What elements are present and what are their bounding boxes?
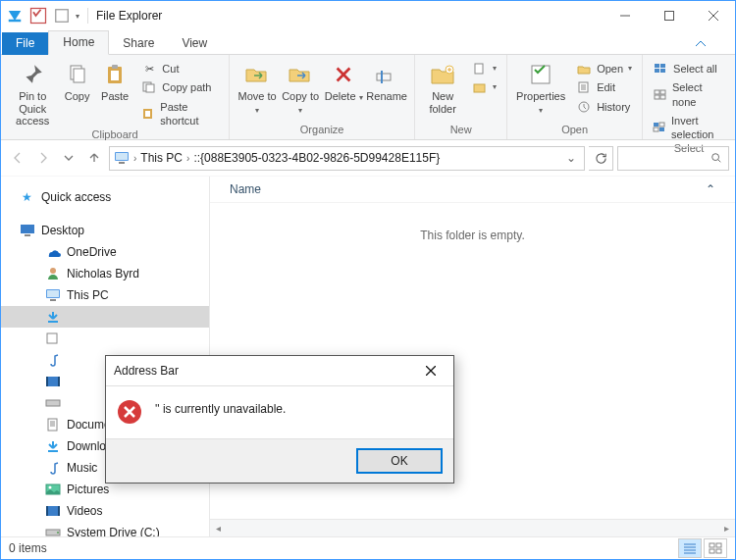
edit-button[interactable]: Edit xyxy=(572,79,636,95)
svg-rect-23 xyxy=(655,64,659,68)
svg-rect-27 xyxy=(655,90,659,94)
select-all-button[interactable]: Select all xyxy=(649,61,729,76)
paste-shortcut-button[interactable]: Paste shortcut xyxy=(137,99,223,129)
invert-selection-button[interactable]: Invert selection xyxy=(649,113,729,143)
up-button[interactable] xyxy=(83,147,105,169)
pictures-icon xyxy=(44,482,61,498)
group-new-label: New xyxy=(421,124,500,137)
nav-onedrive[interactable]: OneDrive xyxy=(1,241,209,263)
svg-rect-32 xyxy=(659,123,664,127)
scroll-right-icon[interactable]: ▸ xyxy=(718,520,735,536)
search-input[interactable] xyxy=(617,146,729,171)
copy-button[interactable]: Copy xyxy=(58,57,95,103)
svg-rect-46 xyxy=(46,377,60,386)
empty-folder-text: This folder is empty. xyxy=(210,229,735,242)
select-none-button[interactable]: Select none xyxy=(649,79,729,110)
svg-rect-12 xyxy=(146,84,154,92)
video-icon xyxy=(44,374,61,390)
svg-rect-15 xyxy=(377,74,391,80)
nav-item-generic1[interactable] xyxy=(1,328,209,349)
breadcrumb-part-guid[interactable]: ::{088E3905-0323-4B02-9826-5D99428E115F} xyxy=(191,151,442,165)
scroll-left-icon[interactable]: ◂ xyxy=(210,520,227,536)
download-arrow-icon xyxy=(44,309,61,326)
tab-home[interactable]: Home xyxy=(48,30,109,55)
copy-icon xyxy=(63,61,92,88)
breadcrumb[interactable]: › This PC › ::{088E3905-0323-4B02-9826-5… xyxy=(109,146,585,171)
back-button[interactable] xyxy=(7,147,28,169)
dialog-ok-button[interactable]: OK xyxy=(357,449,442,473)
column-name[interactable]: Name xyxy=(210,182,706,196)
svg-rect-24 xyxy=(660,64,665,68)
svg-point-38 xyxy=(712,154,719,161)
ribbon-collapse-button[interactable] xyxy=(686,36,715,54)
properties-button[interactable]: Properties ▾ xyxy=(513,57,568,115)
view-details-button[interactable] xyxy=(678,538,702,558)
history-button[interactable]: History xyxy=(572,99,636,115)
tab-file[interactable]: File xyxy=(2,32,48,55)
new-folder-button[interactable]: New folder xyxy=(421,57,464,115)
easy-access-button[interactable]: ▾ xyxy=(468,79,500,95)
select-all-icon xyxy=(653,62,668,76)
documents-icon xyxy=(44,417,61,433)
pin-icon xyxy=(18,61,47,88)
nav-quick-access[interactable]: ★Quick access xyxy=(1,186,209,208)
svg-rect-36 xyxy=(116,153,128,160)
svg-rect-3 xyxy=(664,12,673,21)
nav-videos[interactable]: Videos xyxy=(1,500,209,522)
svg-rect-61 xyxy=(716,549,721,553)
tab-view[interactable]: View xyxy=(168,32,221,55)
svg-rect-10 xyxy=(111,71,119,80)
sort-chevron-icon[interactable]: ⌃ xyxy=(706,182,735,196)
forward-button[interactable] xyxy=(32,147,54,169)
horizontal-scrollbar[interactable]: ◂ ▸ xyxy=(210,519,735,536)
breadcrumb-dropdown[interactable]: ⌄ xyxy=(560,151,582,165)
qat-dropdown-icon[interactable] xyxy=(52,6,72,25)
move-to-button[interactable]: Move to ▾ xyxy=(236,57,279,115)
recent-dropdown[interactable] xyxy=(58,147,79,169)
nav-desktop[interactable]: Desktop xyxy=(1,220,209,241)
svg-rect-55 xyxy=(58,506,60,516)
open-button[interactable]: Open ▾ xyxy=(572,61,636,76)
qat-more-icon[interactable]: ▾ xyxy=(76,12,79,21)
drive-c-icon xyxy=(44,525,61,537)
svg-rect-1 xyxy=(31,9,46,24)
new-item-button[interactable]: ▾ xyxy=(468,61,500,76)
rename-button[interactable]: Rename xyxy=(365,57,408,103)
qat-properties-icon[interactable] xyxy=(28,6,48,25)
view-large-icons-button[interactable] xyxy=(704,538,727,558)
folder-icon xyxy=(44,331,61,347)
svg-rect-37 xyxy=(119,162,125,164)
nav-user[interactable]: Nicholas Byrd xyxy=(1,263,209,284)
copy-to-button[interactable]: Copy to ▾ xyxy=(279,57,322,115)
app-icon xyxy=(5,6,25,25)
breadcrumb-pc-icon xyxy=(114,150,130,166)
cut-button[interactable]: ✂Cut xyxy=(137,61,223,76)
nav-system-drive[interactable]: System Drive (C:) xyxy=(1,522,209,536)
rename-icon xyxy=(372,61,401,88)
svg-rect-60 xyxy=(710,549,714,553)
svg-rect-9 xyxy=(112,65,118,69)
svg-rect-34 xyxy=(659,127,664,131)
paste-button[interactable]: Paste xyxy=(96,57,133,103)
svg-rect-47 xyxy=(46,377,48,386)
breadcrumb-part-this-pc[interactable]: This PC xyxy=(138,151,184,165)
dialog-close-button[interactable] xyxy=(416,357,446,384)
open-icon xyxy=(576,62,592,76)
refresh-button[interactable] xyxy=(589,146,613,171)
copy-path-button[interactable]: Copy path xyxy=(137,79,223,95)
nav-this-pc[interactable]: This PC xyxy=(1,284,209,306)
pin-to-quick-access-button[interactable]: Pin to Quick access xyxy=(7,57,58,127)
svg-point-57 xyxy=(57,532,59,534)
delete-button[interactable]: Delete ▾ xyxy=(322,57,365,103)
column-header[interactable]: Name ⌃ xyxy=(210,177,735,203)
status-item-count: 0 items xyxy=(9,541,47,555)
close-button[interactable] xyxy=(691,2,735,30)
ribbon: Pin to Quick access Copy Paste ✂Cut Copy… xyxy=(1,55,735,140)
nav-current-folder[interactable] xyxy=(1,306,209,328)
tab-share[interactable]: Share xyxy=(109,32,168,55)
maximize-button[interactable] xyxy=(647,2,691,30)
help-button[interactable]: ? xyxy=(715,46,735,54)
minimize-button[interactable] xyxy=(603,2,647,30)
history-icon xyxy=(576,100,592,114)
chevron-right-icon: › xyxy=(131,153,138,164)
